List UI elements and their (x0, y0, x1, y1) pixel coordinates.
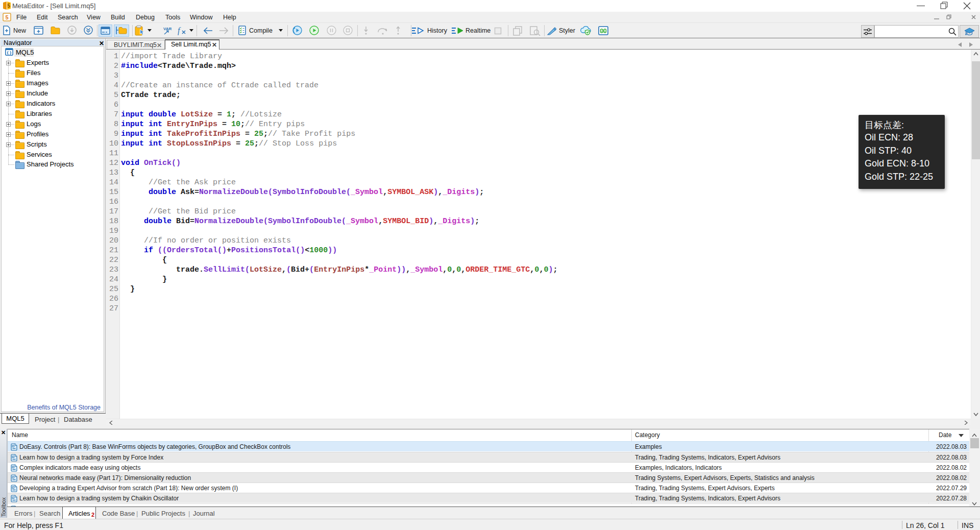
svg-text:5: 5 (7, 3, 10, 9)
svg-text:5: 5 (5, 14, 8, 20)
svg-text:f: f (178, 26, 181, 35)
